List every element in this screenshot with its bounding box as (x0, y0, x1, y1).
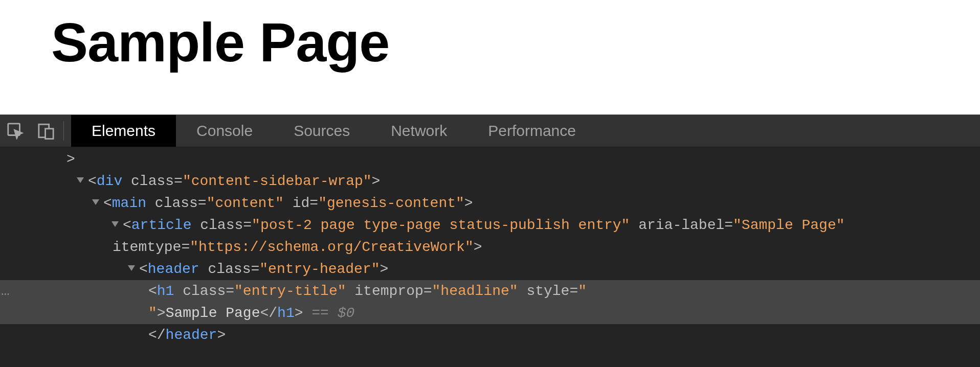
dom-line-header[interactable]: <header class="entry-header"> (0, 258, 980, 280)
tab-console[interactable]: Console (176, 115, 273, 147)
dom-line-h1-selected[interactable]: …<h1 class="entry-title" itemprop="headl… (0, 280, 980, 302)
dom-line-article-cont[interactable]: itemtype="https://schema.org/CreativeWor… (0, 236, 980, 258)
dom-line-article[interactable]: <article class="post-2 page type-page st… (0, 214, 980, 236)
tab-network[interactable]: Network (370, 115, 467, 147)
caret-icon[interactable] (128, 265, 135, 271)
device-toggle-icon[interactable] (31, 115, 61, 147)
toolbar-divider (63, 121, 64, 141)
dom-tree[interactable]: > <div class="content-sidebar-wrap"> <ma… (0, 147, 980, 367)
inspect-element-icon[interactable] (0, 115, 31, 147)
dom-line-div[interactable]: <div class="content-sidebar-wrap"> (0, 170, 980, 192)
dom-line[interactable]: > (0, 148, 980, 170)
devtools-toolbar: Elements Console Sources Network Perform… (0, 114, 980, 147)
caret-icon[interactable] (77, 177, 84, 183)
ellipsis-icon[interactable]: … (1, 280, 11, 302)
tab-elements[interactable]: Elements (71, 115, 176, 147)
tab-sources[interactable]: Sources (273, 115, 370, 147)
page-title: Sample Page (51, 10, 980, 74)
page-content-area: Sample Page (0, 0, 980, 114)
dom-line-main[interactable]: <main class="content" id="genesis-conten… (0, 192, 980, 214)
tab-performance[interactable]: Performance (467, 115, 596, 147)
dom-line-h1-cont[interactable]: ">Sample Page</h1> == $0 (0, 302, 980, 324)
devtools-tabs: Elements Console Sources Network Perform… (71, 115, 596, 147)
svg-rect-2 (46, 129, 54, 139)
devtools-panel: Elements Console Sources Network Perform… (0, 114, 980, 367)
caret-icon[interactable] (92, 199, 99, 205)
caret-icon[interactable] (112, 221, 119, 227)
dom-line-header-close[interactable]: </header> (0, 324, 980, 346)
